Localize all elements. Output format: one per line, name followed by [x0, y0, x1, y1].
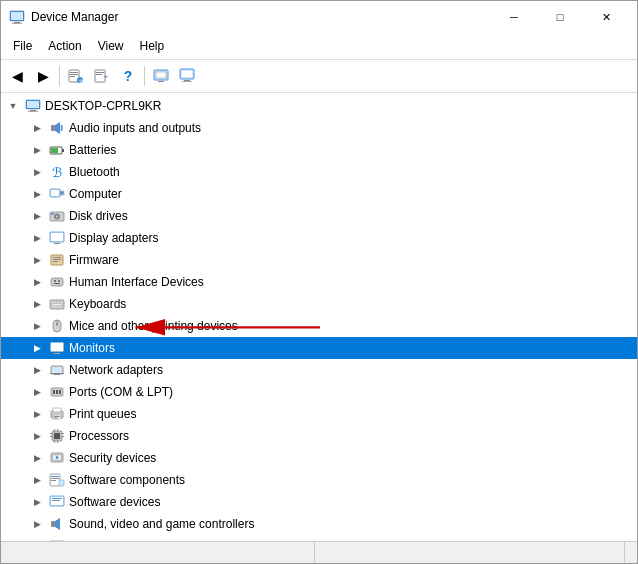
tree-item-software-devices[interactable]: ▶ Software devices [1, 491, 637, 513]
status-bar [1, 541, 637, 563]
tree-item-audio[interactable]: ▶ Audio inputs and outputs [1, 117, 637, 139]
expand-icon: ▶ [29, 208, 45, 224]
tree-item-print[interactable]: ▶ Print queues [1, 403, 637, 425]
close-button[interactable]: ✕ [583, 3, 629, 31]
network-icon [49, 362, 65, 378]
svg-rect-88 [51, 476, 59, 477]
expand-icon: ▶ [29, 406, 45, 422]
svg-rect-72 [54, 416, 60, 417]
svg-rect-7 [70, 76, 75, 77]
toolbar-back[interactable]: ◀ [5, 64, 29, 88]
tree-item-ports[interactable]: ▶ Ports (COM & LPT) [1, 381, 637, 403]
item-label: Batteries [69, 143, 116, 157]
svg-rect-45 [51, 278, 63, 286]
expand-icon: ▶ [29, 296, 45, 312]
expand-icon: ▶ [29, 318, 45, 334]
svg-rect-64 [54, 374, 60, 375]
toolbar-separator-2 [144, 66, 145, 86]
tree-item-hid[interactable]: ▶ Human Interface Devices [1, 271, 637, 293]
svg-rect-28 [51, 148, 58, 153]
hid-icon [49, 274, 65, 290]
device-tree: ▼ DESKTOP-CPRL9KR ▶ Audio inputs [1, 93, 637, 541]
tree-item-storage[interactable]: ▶ Storage controllers [1, 535, 637, 541]
tree-item-computer[interactable]: ▶ Computer [1, 183, 637, 205]
item-label: Security devices [69, 451, 156, 465]
svg-rect-19 [182, 81, 192, 82]
svg-rect-60 [54, 353, 60, 354]
tree-item-software-components[interactable]: ▶ Software components [1, 469, 637, 491]
tree-item-monitors[interactable]: ▶ Monitors [1, 337, 637, 359]
svg-rect-27 [62, 149, 64, 152]
menu-view[interactable]: View [90, 35, 132, 57]
menu-help[interactable]: Help [132, 35, 173, 57]
battery-icon [49, 142, 65, 158]
maximize-button[interactable]: □ [537, 3, 583, 31]
svg-rect-95 [52, 500, 60, 501]
monitor-icon [49, 340, 65, 356]
security-icon [49, 450, 65, 466]
toolbar-help[interactable]: ? [116, 64, 140, 88]
expand-icon: ▶ [29, 274, 45, 290]
item-label: Monitors [69, 341, 115, 355]
toolbar-properties[interactable]: ⚙ [64, 64, 88, 88]
bluetooth-icon: ℬ [49, 164, 65, 180]
svg-rect-48 [54, 283, 60, 284]
tree-item-sound[interactable]: ▶ Sound, video and game controllers [1, 513, 637, 535]
title-bar-left: Device Manager [9, 9, 118, 25]
tree-item-batteries[interactable]: ▶ Batteries [1, 139, 637, 161]
item-label: Sound, video and game controllers [69, 517, 254, 531]
svg-rect-44 [53, 261, 58, 262]
menu-bar: File Action View Help [1, 33, 637, 60]
display-icon [49, 230, 65, 246]
svg-rect-5 [70, 72, 78, 73]
toolbar-forward[interactable]: ▶ [31, 64, 55, 88]
tree-item-bluetooth[interactable]: ▶ ℬ Bluetooth [1, 161, 637, 183]
tree-item-security[interactable]: ▶ Security devices [1, 447, 637, 469]
expand-icon: ▶ [29, 384, 45, 400]
tree-item-keyboards[interactable]: ▶ Keyboards [1, 293, 637, 315]
svg-rect-50 [51, 302, 53, 304]
tree-item-firmware[interactable]: ▶ Firmware [1, 249, 637, 271]
item-label: Ports (COM & LPT) [69, 385, 173, 399]
minimize-button[interactable]: ─ [491, 3, 537, 31]
toolbar-separator-1 [59, 66, 60, 86]
mouse-icon [49, 318, 65, 334]
toolbar-update[interactable] [90, 64, 114, 88]
tree-item-processors[interactable]: ▶ Processors [1, 425, 637, 447]
root-computer-icon [25, 98, 41, 114]
svg-rect-81 [57, 429, 58, 431]
item-label: Print queues [69, 407, 136, 421]
svg-rect-96 [51, 521, 55, 527]
menu-action[interactable]: Action [40, 35, 89, 57]
svg-rect-90 [51, 480, 56, 481]
tree-item-disk[interactable]: ▶ Disk drives [1, 205, 637, 227]
svg-rect-63 [50, 373, 64, 374]
svg-rect-62 [52, 367, 62, 373]
menu-file[interactable]: File [5, 35, 40, 57]
expand-icon: ▶ [29, 494, 45, 510]
expand-icon: ▶ [29, 450, 45, 466]
toolbar-monitor[interactable] [175, 64, 199, 88]
device-manager-window: Device Manager ─ □ ✕ File Action View He… [0, 0, 638, 564]
tree-item-display[interactable]: ▶ Display adapters [1, 227, 637, 249]
svg-rect-77 [50, 436, 52, 437]
svg-point-86 [56, 456, 59, 459]
item-label: Processors [69, 429, 129, 443]
toolbar-scan[interactable] [149, 64, 173, 88]
tree-item-network[interactable]: ▶ Network adapters [1, 359, 637, 381]
svg-rect-80 [54, 429, 55, 431]
expand-icon: ▶ [29, 472, 45, 488]
svg-rect-67 [56, 390, 58, 394]
expand-icon: ▶ [29, 142, 45, 158]
svg-rect-12 [96, 74, 102, 75]
tree-item-mice[interactable]: ▶ Mice and other pointing devices [1, 315, 637, 337]
disk-icon [49, 208, 65, 224]
tree-root-item[interactable]: ▼ DESKTOP-CPRL9KR [1, 95, 637, 117]
svg-rect-10 [95, 70, 105, 82]
svg-rect-54 [53, 304, 62, 306]
svg-point-36 [56, 216, 58, 218]
processor-icon [49, 428, 65, 444]
item-label: Human Interface Devices [69, 275, 204, 289]
svg-rect-3 [11, 12, 23, 20]
toolbar: ◀ ▶ ⚙ ? [1, 60, 637, 93]
